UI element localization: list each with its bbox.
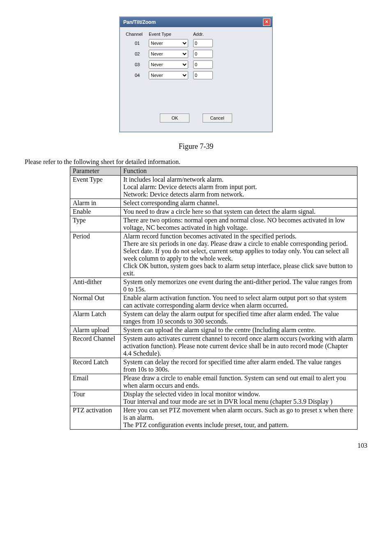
dialog-body: Channel Event Type Addr. 01 Never 02 <box>120 27 272 132</box>
func-cell: System can upload the alarm signal to th… <box>121 326 357 335</box>
header-function: Function <box>121 167 357 176</box>
param-cell: PTZ activation <box>70 406 121 430</box>
channel-label: 04 <box>126 73 149 78</box>
addr-input[interactable] <box>193 39 213 47</box>
dialog-title: Pan/Tilt/Zoom <box>123 19 156 25</box>
dialog-buttons: OK Cancel <box>126 109 266 128</box>
func-cell: There are two options: normal open and n… <box>121 216 357 232</box>
func-cell: Enable alarm activation function. You ne… <box>121 294 357 310</box>
func-cell: Display the selected video in local moni… <box>121 390 357 406</box>
table-row: EnableYou need to draw a circle here so … <box>70 208 357 216</box>
event-type-select[interactable]: Never <box>149 60 188 69</box>
addr-input[interactable] <box>193 50 213 58</box>
ok-button[interactable]: OK <box>160 113 189 123</box>
dialog-row: 03 Never <box>126 59 266 70</box>
func-cell: System only memorizes one event during t… <box>121 278 357 294</box>
cancel-button[interactable]: Cancel <box>203 113 232 123</box>
param-cell: Period <box>70 232 121 278</box>
func-cell: Alarm record function becomes activated … <box>121 232 357 278</box>
param-cell: Record Channel <box>70 335 121 358</box>
channel-label: 01 <box>126 41 149 46</box>
dialog-titlebar: Pan/Tilt/Zoom × <box>120 17 272 27</box>
func-cell: Select corresponding alarm channel. <box>121 199 357 208</box>
close-icon[interactable]: × <box>263 18 270 26</box>
table-row: PTZ activationHere you can set PTZ movem… <box>70 406 357 430</box>
channel-label: 03 <box>126 62 149 67</box>
param-cell: Enable <box>70 208 121 216</box>
table-row: Anti-ditherSystem only memorizes one eve… <box>70 278 357 294</box>
table-row: Alarm inSelect corresponding alarm chann… <box>70 199 357 208</box>
func-cell: System auto activates current channel to… <box>121 335 357 358</box>
channel-label: 02 <box>126 51 149 56</box>
addr-input[interactable] <box>193 60 213 69</box>
page-number: 103 <box>25 430 367 449</box>
table-row: Record ChannelSystem auto activates curr… <box>70 335 357 358</box>
param-cell: Alarm upload <box>70 326 121 335</box>
dialog-column-headers: Channel Event Type Addr. <box>126 30 266 38</box>
table-row: PeriodAlarm record function becomes acti… <box>70 232 357 278</box>
parameter-table: Parameter Function Event TypeIt includes… <box>70 166 357 430</box>
func-cell: It includes local alarm/network alarm.Lo… <box>121 176 357 199</box>
addr-input[interactable] <box>193 71 213 79</box>
param-cell: Event Type <box>70 176 121 199</box>
func-cell: Here you can set PTZ movement when alarm… <box>121 406 357 430</box>
table-row: Alarm LatchSystem can delay the alarm ou… <box>70 310 357 326</box>
dialog-row: 04 Never <box>126 70 266 81</box>
param-cell: Alarm Latch <box>70 310 121 326</box>
figure-caption: Figure 7-39 <box>25 142 367 151</box>
func-cell: You need to draw a circle here so that s… <box>121 208 357 216</box>
param-cell: Anti-dither <box>70 278 121 294</box>
event-type-select[interactable]: Never <box>149 39 188 47</box>
table-row: Alarm uploadSystem can upload the alarm … <box>70 326 357 335</box>
func-cell: Please draw a circle to enable email fun… <box>121 374 357 390</box>
table-header-row: Parameter Function <box>70 167 357 176</box>
header-addr: Addr. <box>190 32 214 37</box>
dialog-row: 02 Never <box>126 49 266 59</box>
ptz-dialog: Pan/Tilt/Zoom × Channel Event Type Addr.… <box>119 16 273 132</box>
header-channel: Channel <box>126 32 149 37</box>
table-row: Event TypeIt includes local alarm/networ… <box>70 176 357 199</box>
intro-text: Please refer to the following sheet for … <box>25 158 367 166</box>
table-row: TypeThere are two options: normal open a… <box>70 216 357 232</box>
func-cell: System can delay the alarm output for sp… <box>121 310 357 326</box>
event-type-select[interactable]: Never <box>149 71 188 79</box>
dialog-row: 01 Never <box>126 38 266 49</box>
table-row: EmailPlease draw a circle to enable emai… <box>70 374 357 390</box>
param-cell: Type <box>70 216 121 232</box>
header-event-type: Event Type <box>149 32 190 37</box>
param-cell: Tour <box>70 390 121 406</box>
table-row: Normal OutEnable alarm activation functi… <box>70 294 357 310</box>
table-row: Record LatchSystem can delay the record … <box>70 358 357 374</box>
func-cell: System can delay the record for specifie… <box>121 358 357 374</box>
param-cell: Normal Out <box>70 294 121 310</box>
table-row: TourDisplay the selected video in local … <box>70 390 357 406</box>
event-type-select[interactable]: Never <box>149 50 188 58</box>
param-cell: Email <box>70 374 121 390</box>
param-cell: Record Latch <box>70 358 121 374</box>
param-cell: Alarm in <box>70 199 121 208</box>
header-parameter: Parameter <box>70 167 121 176</box>
